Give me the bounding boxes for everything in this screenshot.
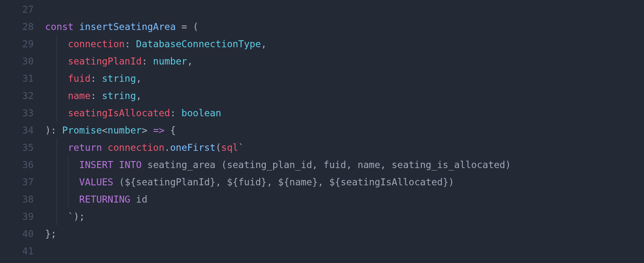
line-number: 30 (0, 53, 41, 70)
indent-guide (57, 35, 57, 53)
code-line[interactable]: seatingIsAllocated: boolean (45, 104, 644, 122)
brace-open: { (170, 125, 176, 136)
backtick: ` (238, 142, 244, 153)
comma: , (318, 177, 329, 187)
paren-close-semi: ); (73, 211, 85, 222)
line-number: 28 (0, 18, 41, 35)
code-editor[interactable]: 27 28 29 30 31 32 33 34 35 36 37 38 39 4… (0, 0, 644, 263)
whitespace (142, 159, 147, 170)
indent-guide (68, 156, 69, 173)
type-string: string (102, 90, 136, 101)
param-seatingIsAllocated: seatingIsAllocated (68, 108, 170, 118)
interp-open: ${ (227, 177, 238, 187)
tag-sql: sql (221, 142, 238, 153)
param-name: name (68, 90, 90, 101)
code-line[interactable]: ): Promise<number> => { (45, 122, 644, 139)
line-number: 39 (0, 208, 41, 225)
whitespace (45, 159, 79, 170)
whitespace (113, 159, 119, 170)
colon: : (91, 90, 102, 101)
code-line[interactable]: }; (45, 225, 644, 242)
indent-guide (57, 208, 57, 225)
keyword-const: const (45, 21, 73, 32)
interp-close: } (312, 177, 318, 187)
line-number: 33 (0, 104, 41, 122)
type-string: string (102, 73, 136, 84)
paren-open: ( (215, 142, 221, 153)
interp-var: name (290, 177, 312, 187)
code-line[interactable]: name: string, (45, 87, 644, 104)
indent-guide (68, 173, 69, 191)
indent-guide (57, 191, 57, 208)
colon: : (170, 108, 182, 118)
gt: > (142, 125, 147, 136)
comma: , (215, 177, 227, 187)
interp-var: seatingIsAllocated (340, 177, 443, 187)
arrow: => (147, 125, 170, 136)
backtick: ` (68, 211, 73, 222)
line-number: 32 (0, 87, 41, 104)
comma: , (136, 90, 142, 101)
interp-var: seatingPlanId (136, 177, 210, 187)
sql-values: VALUES (79, 177, 113, 187)
code-line[interactable] (45, 1, 644, 18)
line-number: 29 (0, 35, 41, 53)
sql-into: INTO (119, 159, 142, 170)
whitespace (45, 194, 79, 205)
interp-open: ${ (278, 177, 290, 187)
line-number: 36 (0, 156, 41, 173)
line-number: 34 (0, 122, 41, 139)
type-Promise: Promise (62, 125, 102, 136)
interp-var: fuid (238, 177, 261, 187)
type-boolean: boolean (181, 108, 221, 118)
colon: : (125, 39, 136, 49)
paren-open: ( (193, 21, 199, 32)
comma: , (187, 56, 193, 67)
code-line[interactable]: RETURNING id (45, 191, 644, 208)
code-line[interactable]: INSERT INTO seating_area (seating_plan_i… (45, 156, 644, 173)
code-line[interactable]: fuid: string, (45, 70, 644, 87)
whitespace (102, 142, 107, 153)
indent-guide (57, 104, 57, 122)
line-number: 27 (0, 1, 41, 18)
code-line[interactable] (45, 242, 644, 260)
interp-close: } (210, 177, 216, 187)
interp-close: } (261, 177, 267, 187)
code-area[interactable]: const insertSeatingArea = ( connection: … (41, 0, 644, 263)
lt: < (102, 125, 108, 136)
code-line[interactable]: VALUES (${seatingPlanId}, ${fuid}, ${nam… (45, 173, 644, 191)
colon: : (51, 125, 62, 136)
line-number: 40 (0, 225, 41, 242)
code-line[interactable]: return connection.oneFirst(sql` (45, 139, 644, 156)
type-number: number (107, 125, 142, 136)
line-number: 38 (0, 191, 41, 208)
line-number: 41 (0, 242, 41, 260)
colon: : (142, 56, 153, 67)
whitespace (73, 21, 79, 32)
sql-id: id (130, 194, 148, 205)
type-number: number (153, 56, 187, 67)
indent-guide (57, 139, 57, 156)
indent-guide (57, 70, 57, 87)
param-fuid: fuid (68, 73, 90, 84)
code-line[interactable]: const insertSeatingArea = ( (45, 18, 644, 35)
paren-open: ( (113, 177, 125, 187)
indent-guide (57, 53, 57, 70)
identifier-connection: connection (107, 142, 164, 153)
brace-close-semi: }; (45, 228, 57, 239)
paren-close: ) (448, 177, 454, 187)
colon: : (91, 73, 102, 84)
function-name: insertSeatingArea (79, 21, 176, 32)
param-connection: connection (68, 39, 124, 49)
whitespace (45, 177, 79, 187)
code-line[interactable]: connection: DatabaseConnectionType, (45, 35, 644, 53)
code-line[interactable]: seatingPlanId: number, (45, 53, 644, 70)
code-line[interactable]: `); (45, 208, 644, 225)
sql-columns: (seating_plan_id, fuid, name, seating_is… (215, 159, 511, 170)
comma: , (267, 177, 278, 187)
method-oneFirst: oneFirst (170, 142, 216, 153)
interp-close: } (443, 177, 448, 187)
sql-insert: INSERT (79, 159, 113, 170)
interp-open: ${ (125, 177, 136, 187)
indent-guide (57, 156, 57, 173)
